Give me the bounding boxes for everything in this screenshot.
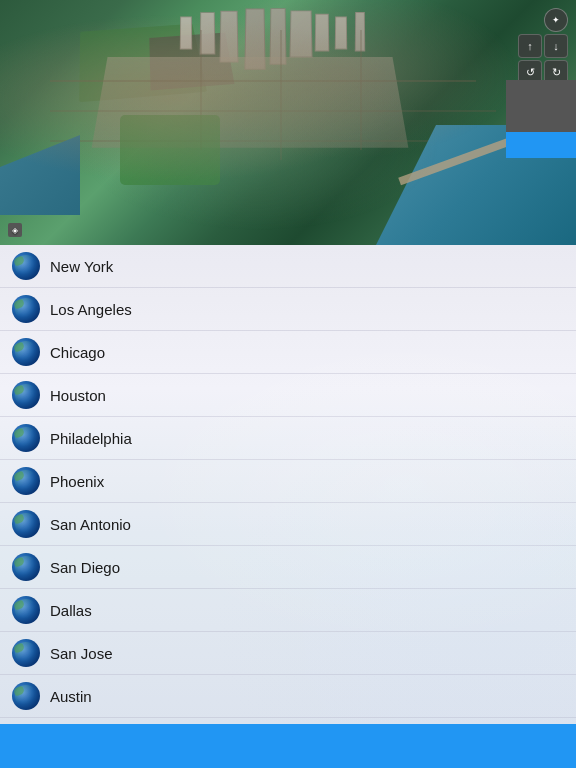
apple-maps-icon: ◈ — [8, 223, 22, 237]
angle-down-button[interactable]: ↓ — [544, 34, 568, 58]
city-globe-icon — [12, 295, 40, 323]
city-name: San Jose — [50, 645, 113, 662]
city-globe-icon — [12, 682, 40, 710]
city-globe-icon — [12, 553, 40, 581]
map-type-selector — [506, 80, 576, 158]
city-name: Dallas — [50, 602, 92, 619]
city-list: New York Los Angeles Chicago Houston Phi… — [0, 245, 576, 724]
satellite-button[interactable] — [506, 80, 576, 106]
city-name: Philadelphia — [50, 430, 132, 447]
list-item[interactable]: Phoenix — [0, 460, 576, 503]
city-name: Houston — [50, 387, 106, 404]
city-name: Chicago — [50, 344, 105, 361]
list-item[interactable]: Dallas — [0, 589, 576, 632]
city-list-container: New York Los Angeles Chicago Houston Phi… — [0, 245, 576, 724]
city-globe-icon — [12, 338, 40, 366]
city-globe-icon — [12, 381, 40, 409]
list-item[interactable]: New York — [0, 245, 576, 288]
list-item[interactable]: Chicago — [0, 331, 576, 374]
maps-attribution: ◈ — [8, 223, 25, 237]
list-item[interactable]: Philadelphia — [0, 417, 576, 460]
city-globe-icon — [12, 639, 40, 667]
tab-bar — [0, 724, 576, 768]
list-item[interactable]: Los Angeles — [0, 288, 576, 331]
city-globe-icon — [12, 596, 40, 624]
city-name: New York — [50, 258, 113, 275]
city-name: Austin — [50, 688, 92, 705]
list-item[interactable]: Austin — [0, 675, 576, 718]
list-item[interactable]: Houston — [0, 374, 576, 417]
city-globe-icon — [12, 467, 40, 495]
list-item[interactable]: San Antonio — [0, 503, 576, 546]
list-item[interactable]: San Jose — [0, 632, 576, 675]
list-item[interactable]: San Diego — [0, 546, 576, 589]
city-globe-icon — [12, 510, 40, 538]
city-name: San Antonio — [50, 516, 131, 533]
flyover-button[interactable] — [506, 132, 576, 158]
angle-controls: ↑ ↓ — [518, 34, 568, 58]
standard-button[interactable] — [506, 106, 576, 132]
city-globe-icon — [12, 252, 40, 280]
city-name: San Diego — [50, 559, 120, 576]
city-globe-icon — [12, 424, 40, 452]
city-name: Los Angeles — [50, 301, 132, 318]
city-name: Phoenix — [50, 473, 104, 490]
angle-up-button[interactable]: ↑ — [518, 34, 542, 58]
compass-icon[interactable]: ✦ — [544, 8, 568, 32]
map-view[interactable]: ✦ ↑ ↓ ↺ ↻ ↺ ◈ — [0, 0, 576, 245]
